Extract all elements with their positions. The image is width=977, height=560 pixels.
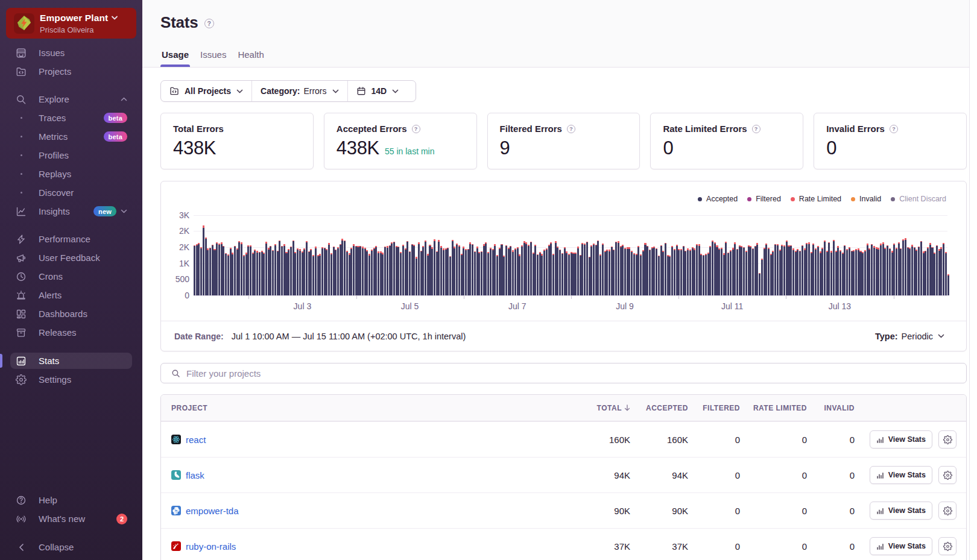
chart-bar[interactable] (911, 245, 913, 295)
project-link[interactable]: empower-tda (186, 506, 239, 516)
chart-bar[interactable] (425, 241, 426, 295)
chart-bar[interactable] (561, 253, 563, 295)
chart-bar[interactable] (618, 241, 619, 295)
chart-bar[interactable] (761, 259, 763, 295)
chart-bar[interactable] (669, 256, 671, 295)
column-header-total[interactable]: TOTAL (585, 404, 640, 412)
chart-bar[interactable] (568, 254, 570, 295)
chart-bar[interactable] (604, 251, 606, 295)
chart-bar[interactable] (227, 254, 229, 295)
chart-bar[interactable] (288, 249, 289, 295)
chart-bar[interactable] (315, 247, 317, 295)
chart-bar[interactable] (613, 250, 615, 295)
chart-bar[interactable] (606, 250, 608, 295)
chart-bar[interactable] (947, 274, 949, 295)
chart-bar[interactable] (541, 254, 543, 295)
help-icon[interactable]: ? (752, 125, 760, 133)
chart-bar[interactable] (566, 251, 568, 295)
chart-bar[interactable] (200, 247, 202, 295)
chart-bar[interactable] (236, 248, 238, 295)
chart-bar[interactable] (683, 246, 685, 295)
chart-bar[interactable] (196, 244, 198, 295)
chart-bar[interactable] (898, 242, 900, 295)
chart-bar[interactable] (945, 252, 947, 295)
chart-bar[interactable] (306, 241, 308, 295)
chart-bar[interactable] (357, 246, 359, 295)
chart-bar[interactable] (676, 245, 678, 295)
chart-bar[interactable] (687, 248, 689, 295)
sidebar-item-projects[interactable]: Projects (0, 62, 142, 81)
chart-bar[interactable] (651, 247, 653, 295)
chart-bar[interactable] (261, 251, 263, 295)
chart-bar[interactable] (283, 244, 285, 295)
chart-bar[interactable] (627, 247, 628, 295)
chart-bar[interactable] (265, 242, 267, 295)
sidebar-item-metrics[interactable]: Metrics beta (0, 127, 142, 146)
chart-bar[interactable] (487, 252, 489, 295)
chart-bar[interactable] (382, 253, 384, 295)
chart-bar[interactable] (927, 247, 929, 295)
chart-bar[interactable] (891, 251, 893, 295)
chart-bar[interactable] (256, 251, 258, 295)
sidebar-item-traces[interactable]: Traces beta (0, 109, 142, 127)
chart-bar[interactable] (427, 254, 429, 295)
chart-bar[interactable] (795, 251, 797, 295)
chart-bar[interactable] (662, 251, 664, 295)
chart-bar[interactable] (914, 247, 915, 295)
chart-bar[interactable] (512, 250, 514, 295)
chart-bar[interactable] (696, 244, 698, 295)
chart-bar[interactable] (213, 249, 215, 295)
chart-bar[interactable] (920, 241, 922, 295)
chart-bar[interactable] (218, 244, 220, 295)
chart-bar[interactable] (815, 248, 817, 295)
chart-bar[interactable] (802, 245, 803, 295)
chart-bar[interactable] (873, 246, 875, 295)
chart-bar[interactable] (918, 247, 920, 295)
chart-bar[interactable] (330, 253, 332, 295)
chart-bar[interactable] (580, 255, 581, 295)
chart-bar[interactable] (685, 251, 686, 295)
chart-bar[interactable] (252, 253, 254, 295)
chart-bar[interactable] (429, 245, 431, 295)
chart-bar[interactable] (828, 242, 830, 295)
chart-bar[interactable] (786, 241, 788, 295)
chart-bar[interactable] (727, 253, 729, 295)
tab-usage[interactable]: Usage (160, 49, 190, 67)
chart-bar[interactable] (359, 246, 361, 295)
chart-bar[interactable] (730, 250, 732, 295)
chart-bar[interactable] (371, 250, 373, 295)
chart-bar[interactable] (783, 245, 785, 295)
chart-bar[interactable] (534, 245, 536, 295)
chart-bar[interactable] (741, 246, 742, 295)
chart-bar[interactable] (548, 245, 550, 295)
project-settings-button[interactable] (938, 502, 956, 520)
chart-bar[interactable] (774, 244, 776, 295)
view-stats-button[interactable]: View Stats (870, 466, 932, 484)
chart-bar[interactable] (380, 251, 382, 295)
chart-bar[interactable] (393, 242, 395, 295)
view-stats-button[interactable]: View Stats (870, 537, 932, 555)
chart-bar[interactable] (310, 249, 312, 295)
sidebar-item-replays[interactable]: Replays (0, 165, 142, 183)
chart-bar[interactable] (241, 242, 242, 295)
chart-bar[interactable] (896, 248, 897, 295)
sidebar-item-issues[interactable]: Issues (0, 43, 142, 62)
chart-bar[interactable] (302, 251, 303, 295)
chart-bar[interactable] (781, 245, 783, 295)
chart-bar[interactable] (216, 242, 218, 295)
chart-bar[interactable] (490, 248, 492, 295)
project-settings-button[interactable] (938, 466, 956, 484)
chart-bar[interactable] (422, 246, 424, 295)
chart-bar[interactable] (476, 247, 478, 295)
chart-bar[interactable] (748, 245, 750, 295)
chart-bar[interactable] (637, 246, 639, 295)
chart-bar[interactable] (303, 248, 305, 295)
chart-bar[interactable] (882, 242, 884, 295)
chart-bar[interactable] (624, 248, 626, 295)
chart-bar[interactable] (806, 243, 808, 295)
chart-bar[interactable] (234, 246, 236, 295)
chart-bar[interactable] (734, 242, 736, 295)
chart-bar[interactable] (418, 242, 420, 295)
chart-bar[interactable] (238, 241, 240, 295)
chart-bar[interactable] (615, 242, 617, 295)
